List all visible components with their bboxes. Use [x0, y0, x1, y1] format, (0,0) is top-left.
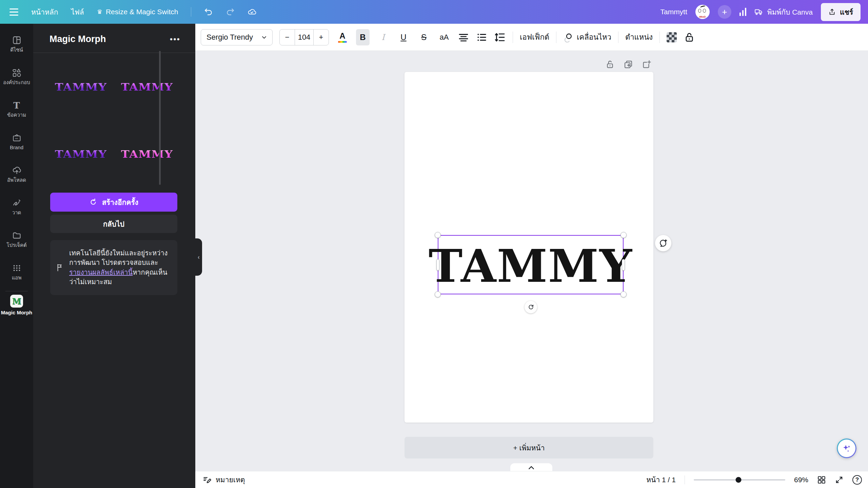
uploads-icon: [12, 166, 21, 175]
sidebar-item-design[interactable]: ดีไซน์: [0, 28, 33, 60]
disclaimer-note: เทคโนโลยีนี้ยังใหม่และอยู่ระหว่างการพัฒน…: [50, 240, 177, 295]
create-design-button[interactable]: +: [718, 5, 731, 19]
preview-result-4[interactable]: TAMMY: [116, 123, 177, 185]
undo-button[interactable]: [204, 7, 213, 16]
underline-button[interactable]: U: [397, 29, 410, 45]
resize-handle-ne[interactable]: [620, 232, 627, 238]
font-size-decrease-button[interactable]: −: [280, 30, 295, 45]
resize-handle-nw[interactable]: [435, 232, 441, 238]
panel-scrollbar[interactable]: [159, 51, 161, 185]
help-button[interactable]: ?: [852, 475, 862, 485]
brand-icon: co.: [12, 133, 21, 142]
zoom-slider[interactable]: [694, 479, 785, 481]
report-results-link[interactable]: รายงานผลลัพธ์เหล่านี้: [69, 269, 133, 276]
panel-collapse-button[interactable]: ‹: [195, 238, 202, 276]
add-comment-button[interactable]: [655, 235, 671, 251]
sidebar-item-elements[interactable]: องค์ประกอบ: [0, 60, 33, 93]
add-page-icon-button[interactable]: [642, 60, 651, 69]
rotate-handle[interactable]: [525, 301, 537, 313]
sidebar-item-magic-morph-active[interactable]: M Magic Morph: [0, 295, 33, 315]
topbar-divider: [191, 7, 191, 17]
sidebar-item-text[interactable]: T ข้อความ: [0, 93, 33, 125]
position-button[interactable]: ตำแหน่ง: [625, 31, 653, 43]
notes-icon: [203, 475, 212, 484]
effects-button[interactable]: เอฟเฟ็กต์: [520, 31, 549, 43]
resize-handle-e[interactable]: [622, 259, 625, 271]
expand-panel-tab[interactable]: [510, 463, 552, 471]
text-color-button[interactable]: A: [336, 29, 349, 45]
print-with-canva-button[interactable]: พิมพ์กับ Canva: [754, 6, 813, 18]
redo-button[interactable]: [226, 7, 235, 16]
add-page-button[interactable]: + เพิ่มหน้า: [405, 437, 653, 458]
chevron-down-icon: [261, 34, 268, 41]
sidebar-divider: [5, 291, 28, 291]
strikethrough-button[interactable]: S: [417, 29, 431, 45]
top-bar: หน้าหลัก ไฟล์ ♛ Resize & Magic Switch Ta…: [0, 0, 868, 24]
zoom-percent: 69%: [794, 476, 808, 484]
insights-button[interactable]: [739, 8, 746, 16]
italic-button[interactable]: I: [376, 29, 390, 45]
disclaimer-text: เทคโนโลยีนี้ยังใหม่และอยู่ระหว่างการพัฒน…: [69, 248, 171, 287]
animate-button[interactable]: เคลื่อนไหว: [563, 31, 611, 43]
avatar-art: [700, 5, 706, 9]
avatar[interactable]: iMoD: [695, 5, 710, 19]
resize-handle-se[interactable]: [620, 291, 627, 297]
go-back-button[interactable]: กลับไป: [50, 215, 177, 233]
svg-text:co.: co.: [15, 137, 18, 140]
fullscreen-button[interactable]: [835, 475, 844, 484]
projects-icon: [12, 231, 21, 240]
text-case-button[interactable]: aA: [437, 29, 451, 45]
regenerate-button[interactable]: สร้างอีกครั้ง: [50, 193, 177, 212]
resize-handle-w[interactable]: [436, 259, 439, 271]
regenerate-icon: [89, 198, 97, 206]
sparkles-icon: [842, 443, 852, 453]
animate-icon: [563, 32, 573, 42]
preview-result-1[interactable]: TAMMY: [50, 56, 111, 118]
sidebar-item-uploads[interactable]: อัพโหลด: [0, 158, 33, 191]
font-family-select[interactable]: Sergio Trendy: [201, 29, 273, 45]
resize-handle-sw[interactable]: [435, 291, 441, 297]
font-size-stepper: − 104 +: [279, 29, 329, 45]
sidebar-item-projects[interactable]: โปรเจ็คต์: [0, 223, 33, 256]
sidebar-item-apps[interactable]: แอพ: [0, 256, 33, 288]
transparency-button[interactable]: [667, 32, 677, 42]
preview-result-3[interactable]: TAMMY: [50, 123, 111, 185]
canvas-text[interactable]: TAMMY: [429, 240, 633, 292]
bullet-list-button[interactable]: [476, 32, 488, 43]
panel-title: Magic Morph: [50, 34, 106, 44]
sidebar-item-brand[interactable]: co. Brand: [0, 125, 33, 158]
zoom-slider-thumb[interactable]: [736, 477, 742, 483]
cloud-save-icon[interactable]: [248, 7, 256, 16]
page-indicator: หน้า 1 / 1: [646, 474, 676, 485]
selected-text-element[interactable]: TAMMY: [438, 235, 624, 294]
duplicate-page-button[interactable]: [624, 60, 633, 69]
notes-button[interactable]: หมายเหตุ: [203, 474, 245, 485]
preview-result-2[interactable]: TAMMY: [116, 56, 177, 118]
line-spacing-button[interactable]: [494, 32, 506, 43]
main-menu-button[interactable]: [9, 8, 18, 16]
text-icon: T: [13, 101, 20, 110]
crown-icon: ♛: [97, 9, 102, 15]
sidebar-item-draw[interactable]: วาด: [0, 191, 33, 223]
truck-icon: [754, 7, 763, 16]
magic-morph-app-icon: M: [10, 295, 23, 308]
menu-home[interactable]: หน้าหลัก: [31, 6, 58, 18]
lock-button[interactable]: [684, 32, 695, 43]
rainbow-color-bar: [338, 41, 347, 43]
font-size-value[interactable]: 104: [295, 30, 314, 45]
canva-assistant-button[interactable]: [837, 438, 856, 458]
bold-button[interactable]: B: [356, 29, 370, 45]
panel-more-button[interactable]: •••: [170, 38, 180, 41]
grid-view-button[interactable]: [817, 475, 826, 484]
draw-icon: [12, 198, 21, 208]
resize-magic-switch-button[interactable]: ♛ Resize & Magic Switch: [97, 8, 178, 16]
page-unlock-button[interactable]: [605, 60, 615, 69]
share-button[interactable]: แชร์: [821, 3, 861, 21]
flag-icon: [56, 263, 64, 272]
font-size-increase-button[interactable]: +: [314, 30, 329, 45]
canva-editor: หน้าหลัก ไฟล์ ♛ Resize & Magic Switch Ta…: [0, 0, 868, 488]
text-toolbar: Sergio Trendy − 104 + A B I U S aA เอฟเฟ…: [195, 24, 868, 51]
user-name[interactable]: Tammytt: [660, 8, 687, 16]
menu-file[interactable]: ไฟล์: [71, 6, 84, 18]
text-align-button[interactable]: [458, 32, 469, 43]
